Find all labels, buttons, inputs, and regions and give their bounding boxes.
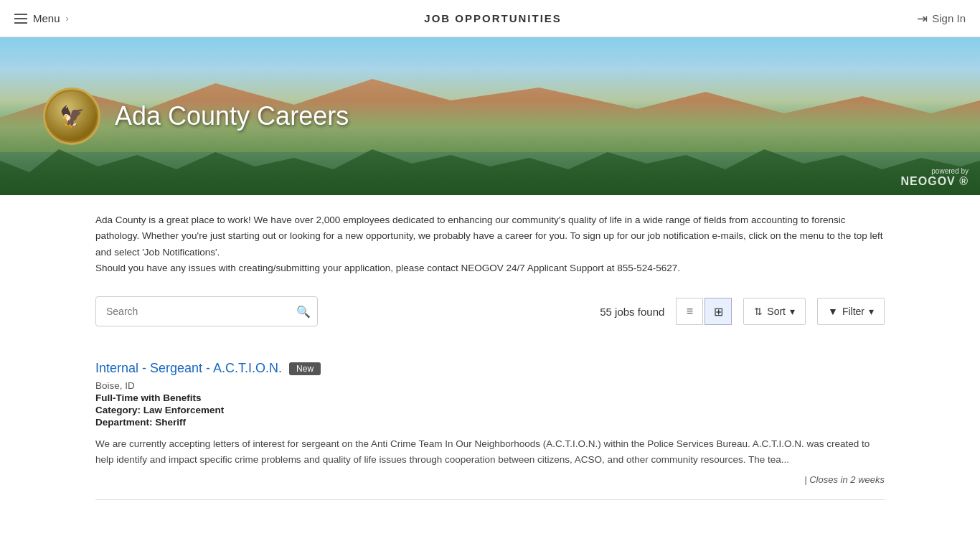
job-location: Boise, ID — [95, 380, 885, 391]
nav-left: Menu › — [14, 12, 69, 24]
chevron-right-icon: › — [66, 13, 69, 24]
description-line1: Ada County is a great place to work! We … — [95, 212, 885, 260]
job-description: We are currently accepting letters of in… — [95, 436, 885, 467]
job-title-row: Internal - Sergeant - A.C.T.I.O.N. New — [95, 361, 885, 376]
grid-view-icon: ⊞ — [714, 305, 723, 319]
filter-button[interactable]: ▼ Filter ▾ — [817, 298, 885, 325]
neogov-badge: powered by NEOGOV ® — [901, 167, 969, 188]
filter-label: Filter — [842, 306, 864, 317]
job-department: Department: Sheriff — [95, 417, 885, 428]
description-line2: Should you have any issues with creating… — [95, 260, 885, 276]
table-row: Internal - Sergeant - A.C.T.I.O.N. New B… — [95, 347, 885, 500]
sort-button[interactable]: ⇅ Sort ▾ — [743, 298, 806, 325]
sign-in-label[interactable]: Sign In — [932, 12, 966, 24]
sign-in-icon: ⇥ — [917, 11, 928, 27]
list-view-button[interactable]: ≡ — [676, 298, 703, 325]
sort-icon: ⇅ — [754, 306, 763, 317]
top-navigation: Menu › JOB OPPORTUNITIES ⇥ Sign In — [0, 0, 980, 37]
job-category: Category: Law Enforcement — [95, 405, 885, 415]
seal-eagle-icon: 🦅 — [60, 105, 85, 128]
seal-inner: 🦅 — [47, 91, 97, 141]
job-title-link[interactable]: Internal - Sergeant - A.C.T.I.O.N. — [95, 361, 282, 376]
sort-label: Sort — [767, 306, 786, 317]
search-wrapper: 🔍 — [95, 296, 318, 326]
view-controls: ≡ ⊞ — [676, 298, 732, 325]
hero-banner: 🦅 Ada County Careers powered by NEOGOV ® — [0, 37, 980, 195]
search-input[interactable] — [95, 296, 318, 326]
menu-icon[interactable] — [14, 14, 27, 24]
sort-chevron-icon: ▾ — [790, 306, 795, 317]
search-button[interactable]: 🔍 — [296, 305, 311, 319]
hero-title: Ada County Careers — [115, 101, 349, 131]
new-badge: New — [289, 362, 321, 375]
menu-label[interactable]: Menu — [33, 12, 60, 24]
filter-chevron-icon: ▾ — [869, 306, 874, 317]
list-view-icon: ≡ — [687, 305, 693, 318]
neogov-label: NEOGOV ® — [901, 175, 969, 187]
job-employment-type: Full-Time with Benefits — [95, 392, 885, 403]
description-block: Ada County is a great place to work! We … — [95, 212, 885, 276]
county-seal: 🦅 — [43, 88, 100, 145]
filter-icon: ▼ — [828, 306, 838, 317]
search-icon: 🔍 — [296, 306, 311, 318]
main-content: Ada County is a great place to work! We … — [81, 195, 899, 529]
sign-in-area[interactable]: ⇥ Sign In — [917, 11, 966, 27]
page-title: JOB OPPORTUNITIES — [424, 12, 562, 24]
job-closes: | Closes in 2 weeks — [95, 474, 885, 485]
grid-view-button[interactable]: ⊞ — [705, 298, 732, 325]
jobs-list: Internal - Sergeant - A.C.T.I.O.N. New B… — [95, 347, 885, 500]
jobs-found-count: 55 jobs found — [329, 306, 664, 318]
search-filter-bar: 🔍 55 jobs found ≡ ⊞ ⇅ Sort ▾ ▼ Filter ▾ — [95, 296, 885, 326]
hero-content: 🦅 Ada County Careers — [43, 88, 349, 145]
powered-by-label: powered by — [901, 167, 969, 175]
